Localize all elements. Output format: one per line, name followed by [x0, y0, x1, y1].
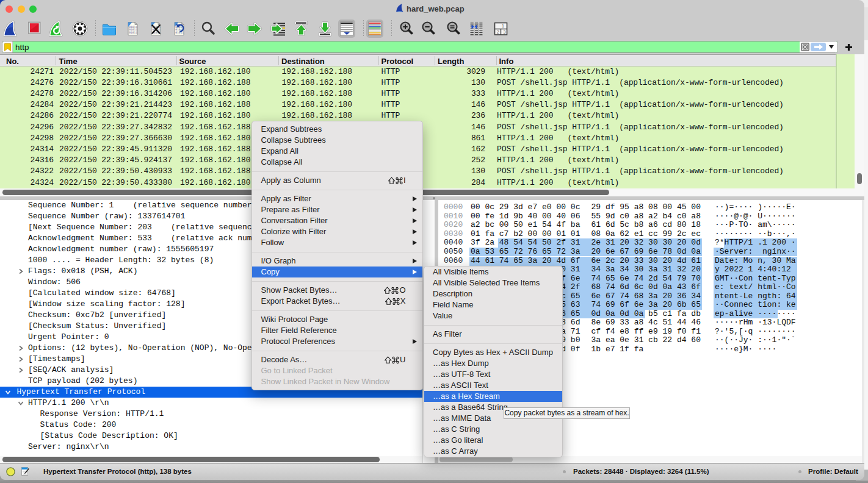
svg-text:1: 1 [502, 24, 504, 28]
svg-text:3: 3 [504, 30, 506, 34]
svg-text:2: 2 [497, 30, 499, 34]
svg-text:01011: 01011 [129, 31, 137, 34]
svg-text:01011: 01011 [175, 31, 184, 34]
